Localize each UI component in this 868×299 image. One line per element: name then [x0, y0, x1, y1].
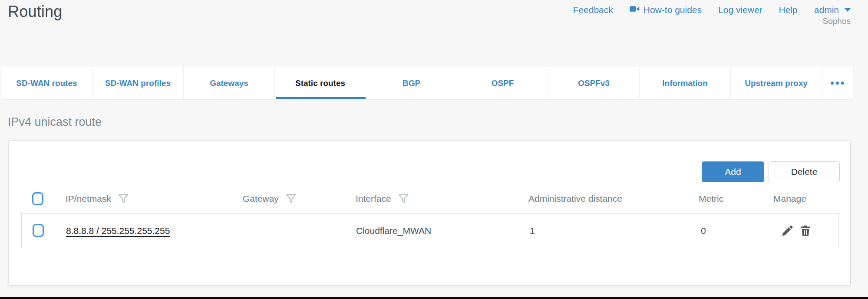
tab-bar: SD-WAN routes SD-WAN profiles Gateways S…: [1, 67, 853, 99]
log-viewer-link[interactable]: Log viewer: [718, 5, 762, 15]
tab-bgp[interactable]: BGP: [366, 67, 457, 99]
help-link[interactable]: Help: [779, 5, 798, 15]
admin-menu[interactable]: admin: [814, 5, 851, 15]
video-camera-icon: [630, 5, 640, 15]
tab-information[interactable]: Information: [640, 67, 731, 99]
filter-icon[interactable]: [285, 193, 297, 204]
tab-ospf[interactable]: OSPF: [457, 67, 548, 99]
filter-icon[interactable]: [398, 193, 409, 204]
column-header-ip-netmask: IP/netmask: [66, 192, 129, 205]
tab-static-routes[interactable]: Static routes: [275, 67, 366, 99]
cell-interface: Cloudflare_MWAN: [356, 214, 431, 248]
select-all-checkbox[interactable]: [32, 192, 43, 205]
section-heading: IPv4 unicast route: [8, 115, 102, 129]
delete-trash-icon[interactable]: [799, 224, 812, 237]
cell-metric: 0: [701, 214, 706, 248]
add-button[interactable]: Add: [702, 161, 764, 182]
filter-icon[interactable]: [118, 193, 129, 204]
caret-down-icon: [845, 8, 851, 12]
tab-sdwan-profiles[interactable]: SD-WAN profiles: [92, 67, 184, 99]
more-tabs-button[interactable]: [822, 67, 853, 99]
routes-card: Add Delete IP/netmask Gateway Interface: [8, 140, 851, 286]
delete-button[interactable]: Delete: [769, 161, 840, 182]
edit-pencil-icon[interactable]: [781, 224, 794, 237]
cell-manage: [781, 214, 812, 248]
tab-ospfv3[interactable]: OSPFv3: [548, 67, 640, 99]
column-header-metric: Metric: [699, 192, 723, 205]
row-checkbox[interactable]: [33, 224, 44, 237]
tab-sdwan-routes[interactable]: SD-WAN routes: [1, 67, 92, 99]
how-to-guides-link[interactable]: How-to guides: [630, 5, 702, 15]
bottom-bar: [0, 297, 868, 299]
cell-ip-netmask: 8.8.8.8 / 255.255.255.255: [66, 214, 170, 248]
route-link[interactable]: 8.8.8.8 / 255.255.255.255: [66, 226, 170, 236]
column-header-gateway: Gateway: [243, 192, 297, 205]
tab-gateways[interactable]: Gateways: [184, 67, 275, 99]
table-row: 8.8.8.8 / 255.255.255.255 Cloudflare_MWA…: [21, 213, 839, 248]
feedback-link[interactable]: Feedback: [573, 5, 613, 15]
top-navigation: Feedback How-to guides Log viewer Help a…: [573, 5, 851, 15]
more-tabs-icon: [831, 82, 834, 85]
column-header-administrative-distance: Administrative distance: [528, 192, 622, 205]
tab-upstream-proxy[interactable]: Upstream proxy: [731, 67, 822, 99]
column-header-manage: Manage: [773, 192, 806, 205]
cell-administrative-distance: 1: [530, 214, 535, 248]
routing-page: Routing Feedback How-to guides Log viewe…: [0, 0, 868, 299]
brand-label: Sophos: [823, 16, 851, 26]
page-title: Routing: [8, 3, 62, 21]
column-header-interface: Interface: [356, 192, 409, 205]
